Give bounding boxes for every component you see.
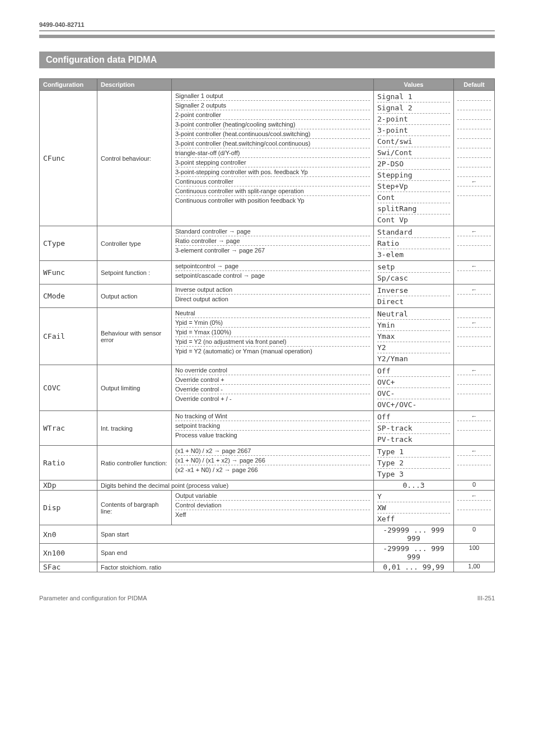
sub-desc: Signaller 1 output: [175, 91, 370, 101]
cfg-desc: Setpoint function :: [97, 261, 172, 284]
sub-value: Ymax: [377, 331, 450, 342]
cfg-sub-default-col: ←: [454, 365, 495, 411]
sub-value: Off: [377, 412, 450, 423]
cfg-sub-default-col: ←: [454, 308, 495, 365]
cfg-sub-desc-col: setpointcontrol → pagesetpoint/cascade c…: [172, 261, 374, 284]
sub-desc: Continuous controller: [175, 177, 370, 186]
sub-value: Off: [377, 366, 450, 377]
sub-desc: Inverse output action: [175, 285, 370, 295]
cfg-default: 0: [454, 525, 495, 544]
cfg-sub-default-col: ←: [454, 261, 495, 284]
sub-default: ←: [457, 446, 491, 456]
sub-default: [457, 271, 491, 280]
sub-default: [457, 158, 491, 167]
cfg-sub-value-col: setpSp/casc: [374, 261, 454, 284]
cfg-sub-value-col: YXWXeff: [374, 491, 454, 525]
sub-desc: triangle-star-off (d/Y-off): [175, 148, 370, 158]
sub-desc: Output variable: [175, 491, 370, 501]
sub-desc: Process value tracking: [175, 431, 370, 440]
sub-desc: setpoint tracking: [175, 421, 370, 431]
sub-desc: No override control: [175, 366, 370, 375]
sub-default: [457, 196, 491, 205]
sub-desc: Override control -: [175, 385, 370, 394]
cfg-default: 1,00: [454, 562, 495, 572]
sub-default: [457, 139, 491, 148]
sub-default: [457, 129, 491, 139]
sub-default: [457, 246, 491, 255]
sub-value: Y2: [377, 342, 450, 353]
sub-default: [457, 465, 491, 474]
sub-desc: No tracking of Wint: [175, 412, 370, 421]
sub-desc: Ratio controller → page: [175, 236, 370, 246]
sub-default: [457, 148, 491, 158]
sub-value: Sp/casc: [377, 273, 450, 283]
cfg-label: Xn0: [40, 525, 97, 544]
cfg-desc: Output action: [97, 284, 172, 308]
sub-desc: Ypid = Y2 (no adjustment via front panel…: [175, 337, 370, 347]
sub-desc: setpointcontrol → page: [175, 262, 370, 271]
sub-value: Ratio: [377, 238, 450, 249]
sub-desc: setpoint/cascade control → page: [175, 271, 370, 280]
cfg-label: CFunc: [40, 91, 97, 226]
cfg-desc: Int. tracking: [97, 411, 172, 446]
sub-value: 3-elem: [377, 249, 450, 260]
sub-desc: (x2 -x1 + N0) / x2 → page 266: [175, 465, 370, 474]
col-default: Default: [454, 79, 495, 91]
sub-value: Y: [377, 491, 450, 502]
cfg-label: Ratio: [40, 446, 97, 480]
sub-value: Y2/Yman: [377, 353, 450, 364]
sub-value: Type 3: [377, 469, 450, 479]
sub-desc: Direct output action: [175, 295, 370, 304]
cfg-label: SFac: [40, 562, 97, 572]
cfg-desc: Behaviour with sensor error: [97, 308, 172, 365]
cfg-sub-default-col: ←: [454, 446, 495, 480]
sub-value: Type 1: [377, 446, 450, 458]
sub-desc: Control deviation: [175, 501, 370, 510]
cfg-label: CType: [40, 226, 97, 261]
sub-value: 2P-DSO: [377, 158, 450, 170]
sub-default: ←: [457, 366, 491, 375]
sub-value: Standard: [377, 227, 450, 238]
sub-default: [457, 236, 491, 246]
cfg-sub-value-col: NeutralYminYmaxY2Y2/Yman: [374, 308, 454, 365]
sub-value: setp: [377, 262, 450, 273]
sub-default: [457, 295, 491, 304]
cfg-label: WTrac: [40, 411, 97, 446]
sub-default: ←: [457, 177, 491, 186]
sub-value: 3-point: [377, 125, 450, 136]
sub-default: [457, 501, 491, 510]
sub-default: [457, 186, 491, 196]
sub-desc: 3-element controller → page 267: [175, 246, 370, 255]
sub-desc: Xeff: [175, 510, 370, 519]
sub-desc: Signaller 2 outputs: [175, 101, 370, 110]
cfg-sub-default-col: ←: [454, 91, 495, 226]
sub-value: OVC+: [377, 377, 450, 388]
sub-desc: 3-point controller (heat.continuous/cool…: [175, 129, 370, 139]
cfg-label: Xn100: [40, 544, 97, 562]
sub-value: Cont/swi: [377, 136, 450, 147]
cfg-desc: Control behaviour:: [97, 91, 172, 226]
sub-desc: 3-point stepping controller: [175, 158, 370, 167]
sub-default: [457, 347, 491, 356]
cfg-sub-default-col: ←: [454, 411, 495, 446]
section-title: Configuration data PIDMA: [39, 52, 495, 68]
cfg-value: 0...3: [374, 480, 454, 491]
sub-default: [457, 328, 491, 337]
cfg-sub-value-col: Type 1Type 2Type 3: [374, 446, 454, 480]
cfg-sub-desc-col: (x1 + N0) / x2 → page 2667(x1 + N0) / (x…: [172, 446, 374, 480]
cfg-sub-default-col: ←: [454, 491, 495, 525]
sub-desc: 3-point-stepping controller with pos. fe…: [175, 167, 370, 177]
cfg-value: -29999 ... 999 999: [374, 525, 454, 544]
sub-value: Neutral: [377, 309, 450, 320]
sub-default: ←: [457, 285, 491, 295]
sub-value: Signal 1: [377, 91, 450, 102]
cfg-sub-value-col: OffSP-trackPV-track: [374, 411, 454, 446]
footer-left: Parameter and configuration for PIDMA: [39, 595, 147, 601]
cfg-desc: Output limiting: [97, 365, 172, 411]
sub-desc: Ypid = Ymin (0%): [175, 318, 370, 328]
col-description2: [172, 79, 374, 91]
sub-default: [457, 309, 491, 318]
sub-value: Stepping: [377, 170, 450, 181]
sub-value: Step+Vp: [377, 181, 450, 192]
sub-desc: 3-point controller (heating/cooling swit…: [175, 120, 370, 129]
